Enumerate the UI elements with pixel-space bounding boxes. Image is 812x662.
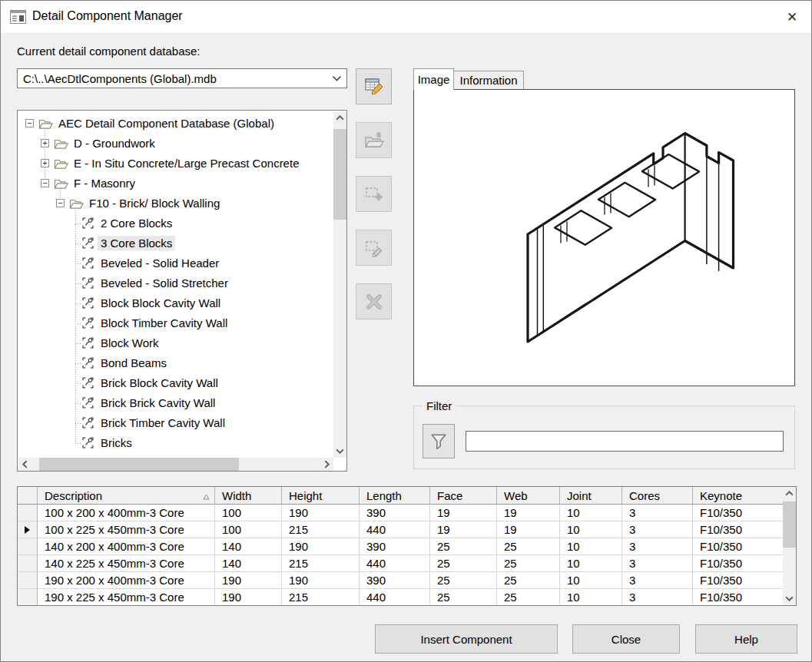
column-header-joint[interactable]: Joint — [560, 487, 622, 505]
column-header-description[interactable]: Description — [38, 487, 215, 505]
scroll-down-icon[interactable] — [783, 592, 796, 605]
tree-item-component[interactable]: Beveled - Solid Stretcher — [18, 273, 333, 293]
table-cell[interactable]: 140 — [215, 538, 282, 555]
tab-information[interactable]: Information — [453, 71, 524, 90]
table-cell[interactable]: 3 — [622, 555, 693, 572]
table-cell[interactable]: 140 — [215, 555, 282, 572]
table-cell[interactable]: 25 — [430, 555, 497, 572]
table-cell[interactable]: 190 — [215, 589, 282, 606]
tree-expand-icon[interactable]: + — [41, 159, 49, 167]
scrollbar-thumb[interactable] — [783, 501, 796, 548]
edit-component-button[interactable] — [356, 230, 392, 266]
tree-item-component[interactable]: Block Work — [18, 333, 333, 353]
table-cell[interactable]: 190 x 225 x 450mm-3 Core — [38, 589, 215, 606]
tree-item-component[interactable]: Block Block Cavity Wall — [18, 293, 333, 313]
table-cell[interactable]: F10/350 — [693, 521, 784, 538]
table-cell[interactable]: 25 — [497, 589, 560, 606]
edit-database-button[interactable] — [356, 68, 392, 104]
table-cell[interactable]: 25 — [430, 589, 497, 606]
table-cell[interactable]: 10 — [560, 555, 622, 572]
column-header-height[interactable]: Height — [282, 487, 360, 505]
tree-item-folder[interactable]: +E - In Situ Concrete/Large Precast Conc… — [18, 154, 333, 174]
row-header-cell[interactable] — [18, 538, 38, 555]
row-header-cell[interactable] — [18, 521, 38, 538]
tree-item-component[interactable]: Block Timber Cavity Wall — [18, 313, 333, 333]
table-cell[interactable]: F10/350 — [693, 538, 784, 555]
table-cell[interactable]: 390 — [360, 572, 430, 589]
table-cell[interactable]: 440 — [360, 521, 430, 538]
scrollbar-thumb[interactable] — [333, 129, 346, 220]
table-vertical-scrollbar[interactable] — [783, 487, 796, 605]
table-cell[interactable]: 25 — [497, 538, 560, 555]
tree-item-folder[interactable]: −AEC Detail Component Database (Global) — [18, 114, 333, 134]
table-cell[interactable]: 10 — [560, 505, 622, 521]
column-header-web[interactable]: Web — [497, 487, 560, 505]
table-cell[interactable]: 140 x 225 x 450mm-3 Core — [38, 555, 215, 572]
table-cell[interactable]: 10 — [560, 538, 622, 555]
table-cell[interactable]: 25 — [430, 572, 497, 589]
filter-input[interactable] — [466, 431, 784, 452]
tree-item-component[interactable]: Bricks — [18, 433, 333, 453]
table-cell[interactable]: 19 — [497, 505, 560, 521]
scroll-up-icon[interactable] — [783, 487, 796, 500]
table-cell[interactable]: 190 — [282, 538, 360, 555]
table-cell[interactable]: 215 — [282, 555, 360, 572]
tree-horizontal-scrollbar[interactable] — [18, 458, 333, 471]
table-cell[interactable]: 25 — [430, 538, 497, 555]
table-row[interactable]: 100 x 225 x 450mm-3 Core1002154401919103… — [18, 521, 796, 538]
table-row[interactable]: 140 x 225 x 450mm-3 Core1402154402525103… — [18, 555, 796, 572]
tree-item-component[interactable]: Beveled - Solid Header — [18, 253, 333, 273]
table-cell[interactable]: F10/350 — [693, 505, 784, 521]
table-cell[interactable]: 190 — [282, 505, 360, 521]
table-row[interactable]: 190 x 225 x 450mm-3 Core1902154402525103… — [18, 589, 796, 606]
table-cell[interactable]: 390 — [360, 538, 430, 555]
tree-item-folder[interactable]: −F10 - Brick/ Block Walling — [18, 194, 333, 213]
table-cell[interactable]: 3 — [622, 572, 693, 589]
row-header-cell[interactable] — [18, 505, 38, 521]
scrollbar-thumb[interactable] — [39, 458, 239, 471]
table-cell[interactable]: 19 — [497, 521, 560, 538]
table-cell[interactable]: 100 — [215, 505, 282, 521]
column-header-cores[interactable]: Cores — [622, 487, 693, 505]
tree-item-component[interactable]: Bond Beams — [18, 353, 333, 373]
row-header-cell[interactable] — [18, 572, 38, 589]
row-header-cell[interactable] — [18, 589, 38, 606]
table-cell[interactable]: 10 — [560, 589, 622, 606]
table-cell[interactable]: 190 x 200 x 400mm-3 Core — [38, 572, 215, 589]
table-cell[interactable]: 440 — [360, 555, 430, 572]
add-component-button[interactable] — [356, 176, 392, 212]
table-cell[interactable]: 190 — [215, 572, 282, 589]
table-cell[interactable]: F10/350 — [693, 589, 784, 606]
scroll-up-icon[interactable] — [333, 111, 346, 124]
table-cell[interactable]: 390 — [360, 505, 430, 521]
insert-component-button[interactable]: Insert Component — [375, 624, 558, 654]
tree-item-component[interactable]: Brick Timber Cavity Wall — [18, 413, 333, 433]
tree-item-component[interactable]: 2 Core Blocks — [18, 213, 333, 233]
tree-item-component[interactable]: Brick Brick Cavity Wall — [18, 393, 333, 413]
table-cell[interactable]: 215 — [282, 521, 360, 538]
table-cell[interactable]: 3 — [622, 521, 693, 538]
table-cell[interactable]: 3 — [622, 589, 693, 606]
table-cell[interactable]: 100 x 225 x 450mm-3 Core — [38, 521, 215, 538]
new-component-group-button[interactable] — [356, 122, 392, 158]
table-cell[interactable]: 19 — [430, 505, 497, 521]
scroll-down-icon[interactable] — [333, 445, 346, 458]
table-row[interactable]: 190 x 200 x 400mm-3 Core1901903902525103… — [18, 572, 796, 589]
table-cell[interactable]: 25 — [497, 555, 560, 572]
tab-image[interactable]: Image — [413, 68, 454, 90]
table-cell[interactable]: 3 — [622, 538, 693, 555]
table-cell[interactable]: F10/350 — [693, 572, 784, 589]
tree-item-component[interactable]: 3 Core Blocks — [18, 233, 333, 253]
table-cell[interactable]: 440 — [360, 589, 430, 606]
scroll-right-icon[interactable] — [320, 458, 333, 471]
delete-component-button[interactable] — [356, 283, 392, 319]
table-row[interactable]: 100 x 200 x 400mm-3 Core1001903901919103… — [18, 505, 796, 521]
column-header-face[interactable]: Face — [430, 487, 497, 505]
table-cell[interactable]: 3 — [622, 505, 693, 521]
tree-expand-icon[interactable]: + — [41, 139, 49, 147]
table-cell[interactable]: 19 — [430, 521, 497, 538]
table-cell[interactable]: 100 — [215, 521, 282, 538]
help-button[interactable]: Help — [695, 624, 797, 654]
column-header-width[interactable]: Width — [215, 487, 282, 505]
tree-collapse-icon[interactable]: − — [25, 119, 34, 127]
